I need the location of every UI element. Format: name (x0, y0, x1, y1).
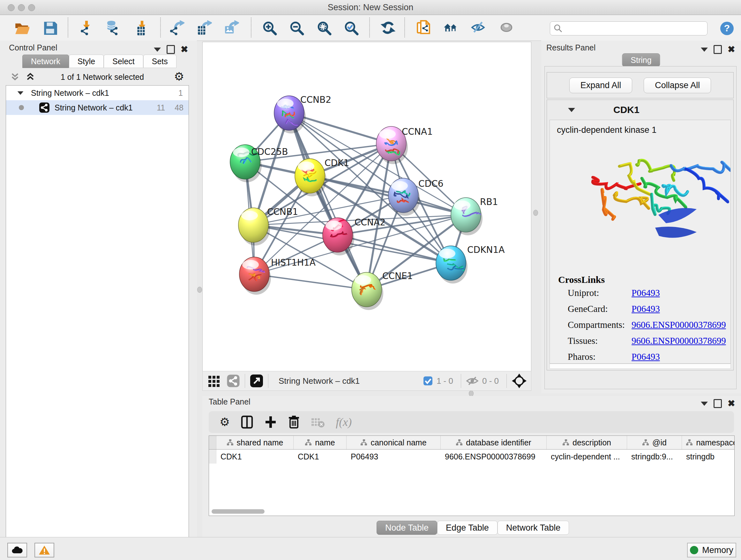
zoom-selected-button[interactable] (343, 19, 359, 36)
import-network-file-icon (78, 20, 94, 36)
table-row[interactable]: CDK1CDK1P064939606.ENSP00000378699cyclin… (209, 449, 734, 463)
results-scrollbar-track[interactable] (549, 364, 731, 369)
column-header-name[interactable]: name (293, 436, 347, 449)
close-panel-icon[interactable]: ✖ (181, 46, 188, 53)
collection-expand-icon[interactable] (17, 91, 23, 95)
left-splitter-handle[interactable] (197, 287, 202, 293)
tab-edge-table[interactable]: Edge Table (437, 521, 497, 535)
column-header-canonical-name[interactable]: canonical name (347, 436, 441, 449)
network-canvas[interactable]: CCNB2CCNA1CDC25BCDK1CDC6RB1CCNB1CCNA2CDK… (202, 42, 531, 371)
entry-collapse-icon[interactable] (568, 108, 575, 112)
refresh-button[interactable] (380, 19, 396, 36)
warnings-button[interactable] (35, 543, 54, 557)
selected-checkbox-icon[interactable] (422, 375, 433, 386)
zoom-fit-button[interactable] (316, 19, 332, 36)
import-table-file-button[interactable] (133, 19, 150, 36)
crosslink-link[interactable]: P06493 (631, 352, 660, 362)
column-header-description[interactable]: description (547, 436, 627, 449)
open-session-icon (14, 20, 29, 36)
tab-string[interactable]: String (622, 53, 660, 67)
tab-sets[interactable]: Sets (143, 55, 177, 68)
clone-network-button[interactable] (415, 19, 432, 36)
fit-selected-icon[interactable] (511, 373, 527, 389)
tab-select[interactable]: Select (104, 55, 143, 68)
search-input[interactable] (565, 23, 707, 33)
export-image-button[interactable] (223, 19, 240, 36)
show-all-icon (499, 20, 515, 36)
crosslink-link[interactable]: 9606.ENSP00000378699 (631, 335, 726, 346)
close-panel-icon[interactable]: ✖ (728, 46, 735, 53)
node-CCNE1[interactable] (352, 272, 383, 310)
collapse-all-icon[interactable] (10, 71, 20, 82)
expand-all-icon[interactable] (25, 71, 36, 82)
cell-id: stringdb:9... (627, 452, 682, 461)
panel-menu-icon[interactable] (701, 48, 708, 52)
node-label-CDKN1A: CDKN1A (467, 245, 504, 255)
tab-style[interactable]: Style (69, 55, 104, 68)
hide-selected-button[interactable] (470, 19, 487, 36)
add-column-icon[interactable] (264, 415, 277, 429)
node-table[interactable]: shared namenamecanonical namedatabase id… (209, 435, 735, 516)
zoom-out-button[interactable] (288, 19, 305, 36)
save-session-icon (43, 20, 58, 36)
crosslink-row: Tissues: 9606.ENSP00000378699 (568, 335, 731, 346)
close-panel-icon[interactable]: ✖ (728, 400, 735, 407)
network-row-selected[interactable]: String Network – cdk1 11 48 (6, 100, 189, 115)
zoom-window-button[interactable] (28, 4, 35, 11)
toolbar-separator (251, 17, 252, 37)
import-network-database-button[interactable] (105, 19, 121, 36)
node-CDKN1A[interactable] (436, 246, 468, 284)
close-window-button[interactable] (8, 4, 15, 11)
column-header-id[interactable]: @id (627, 436, 682, 449)
panel-menu-icon[interactable] (701, 401, 708, 406)
export-table-button[interactable] (196, 19, 212, 36)
expand-all-button[interactable]: Expand All (569, 78, 632, 93)
float-panel-icon[interactable] (166, 45, 175, 54)
delete-column-icon[interactable] (288, 415, 300, 429)
save-session-button[interactable] (42, 19, 58, 36)
tab-node-table[interactable]: Node Table (377, 521, 437, 535)
panel-menu-icon[interactable] (154, 48, 161, 52)
first-neighbors-button[interactable] (443, 19, 459, 36)
show-all-button[interactable] (498, 19, 515, 36)
table-options-gear-icon[interactable]: ⚙ (219, 415, 230, 429)
crosslink-link[interactable]: P06493 (631, 304, 660, 314)
node-CDK1[interactable] (295, 159, 327, 196)
table-horizontal-scrollbar[interactable] (212, 509, 265, 514)
float-panel-icon[interactable] (714, 399, 722, 408)
memory-button[interactable]: Memory (687, 543, 736, 557)
import-table-file-icon (134, 20, 149, 36)
toolbar-separator (369, 17, 370, 37)
row-handle (209, 449, 216, 463)
column-header-shared-name[interactable]: shared name (216, 436, 293, 449)
node-CCNA2[interactable] (323, 218, 354, 255)
open-session-button[interactable] (13, 19, 30, 36)
grid-view-icon[interactable] (207, 374, 221, 388)
import-network-file-button[interactable] (78, 19, 94, 36)
search-box[interactable] (550, 21, 708, 36)
minimize-window-button[interactable] (18, 4, 25, 11)
network-view-icon[interactable] (226, 374, 240, 388)
show-columns-icon[interactable] (241, 415, 253, 429)
float-panel-icon[interactable] (714, 45, 722, 54)
column-header-database-identifier[interactable]: database identifier (441, 436, 547, 449)
export-network-button[interactable] (169, 19, 185, 36)
cloud-button[interactable] (7, 543, 27, 557)
open-external-icon[interactable] (250, 374, 264, 388)
help-button[interactable]: ? (719, 20, 735, 37)
column-header-namespace[interactable]: namespace (682, 436, 735, 449)
export-table-icon (197, 20, 212, 36)
right-splitter-handle[interactable] (533, 210, 538, 216)
hidden-eye-icon[interactable] (466, 375, 479, 387)
crosslink-link[interactable]: 9606.ENSP00000378699 (631, 320, 726, 330)
zoom-in-button[interactable] (261, 19, 278, 36)
collapse-all-button[interactable]: Collapse All (644, 78, 711, 93)
crosslink-link[interactable]: P06493 (631, 288, 660, 298)
export-image-icon (224, 20, 239, 36)
node-RB1[interactable] (451, 198, 483, 235)
tab-network-table[interactable]: Network Table (497, 521, 569, 535)
network-collection-row[interactable]: String Network – cdk1 1 (6, 85, 189, 100)
tab-network[interactable]: Network (22, 55, 69, 68)
protein-structure-image (550, 135, 731, 272)
network-options-gear-icon[interactable]: ⚙ (174, 70, 184, 83)
